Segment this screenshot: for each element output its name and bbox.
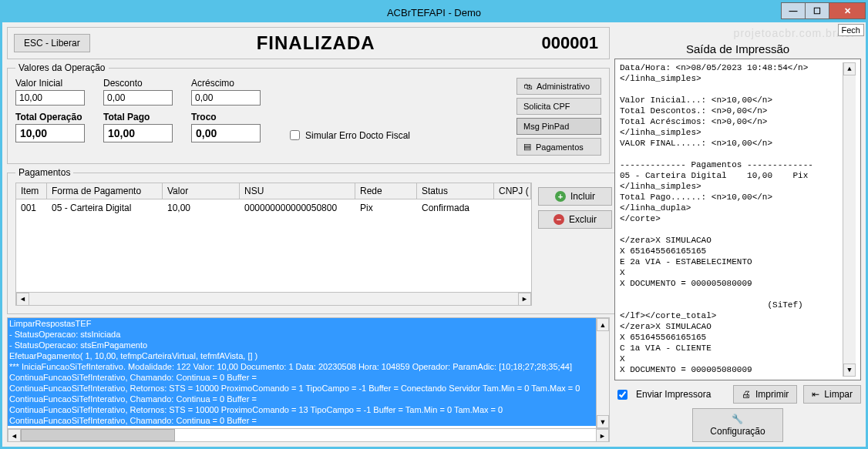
fechar-tooltip: Fech [838,24,864,36]
pay-buttons: + Incluir − Excluir [538,183,612,306]
total-pago-input[interactable] [103,124,173,142]
status-header: ESC - Liberar FINALIZADA 000001 [7,27,610,59]
log-line: LimparRespostasTEF [8,318,596,329]
print-output-title: Saída de Impressão [614,41,861,59]
log-hscroll[interactable]: ◄ ► [8,428,609,441]
excluir-label: Excluir [569,214,597,225]
acrescimo-input[interactable] [191,90,261,106]
order-number: 000001 [542,33,603,53]
simular-erro-checkbox[interactable] [290,130,300,140]
scroll-up-icon[interactable]: ▲ [597,318,609,331]
troco-label: Troco [191,112,261,122]
log-line: *** IniciaFuncaoSiTefInterativo. Modalid… [8,361,596,372]
scroll-left-icon[interactable]: ◄ [8,429,21,442]
scroll-right-icon[interactable]: ► [596,429,609,442]
log-line: ContinuaFuncaoSiTefInterativo, Chamando:… [8,372,596,383]
scroll-thumb[interactable] [21,429,175,441]
payments-grid[interactable]: Item Forma de Pagamento Valor NSU Rede S… [15,183,532,306]
log-box: LimparRespostasTEF - StatusOperacao: sts… [7,317,610,442]
titlebar: ACBrTEFAPI - Demo — ☐ ✕ [2,2,866,22]
administrativo-label: Administrativo [537,82,590,91]
total-operacao-input[interactable] [15,124,85,142]
minimize-button[interactable]: — [781,2,806,19]
excluir-button[interactable]: − Excluir [538,210,612,229]
scroll-up-icon[interactable]: ▲ [843,62,856,75]
left-column: ESC - Liberar FINALIZADA 000001 Valores … [7,27,610,442]
col-item[interactable]: Item [16,183,47,199]
troco-input[interactable] [191,124,261,142]
col-valor[interactable]: Valor [163,183,240,199]
close-button[interactable]: ✕ [829,2,866,19]
print-output[interactable]: Data/Hora: <n>08/05/2023 10:48:54</n> </… [614,59,861,380]
card-icon: ▤ [523,142,531,152]
valor-inicial-label: Valor Inicial [15,78,85,89]
scroll-down-icon[interactable]: ▼ [843,364,856,377]
print-icon: 🖨 [742,389,751,400]
scroll-track[interactable] [843,75,856,364]
col-cnpj[interactable]: CNPJ ( [494,183,531,199]
enviar-impressora-checkbox[interactable] [617,390,627,400]
simular-erro-label: Simular Erro Docto Fiscal [305,130,410,141]
incluir-label: Incluir [570,191,595,202]
bag-icon: 🛍 [523,82,532,91]
administrativo-button[interactable]: 🛍 Administrativo [516,78,601,95]
right-column: Fech projetoacbr.com.br/tef Saída de Imp… [614,27,861,442]
scroll-track[interactable] [597,331,609,415]
col-forma[interactable]: Forma de Pagamento [47,183,163,199]
scroll-down-icon[interactable]: ▼ [597,415,609,428]
print-vscroll[interactable]: ▲ ▼ [843,62,856,377]
acrescimo-label: Acréscimo [191,78,261,89]
app-body: ESC - Liberar FINALIZADA 000001 Valores … [2,22,866,447]
solicita-cpf-button[interactable]: Solicita CPF [516,98,601,115]
cell-valor: 10,00 [163,199,240,216]
incluir-button[interactable]: + Incluir [538,187,612,206]
log-vscroll[interactable]: ▲ ▼ [596,318,609,428]
cell-item: 001 [16,199,47,216]
total-operacao-label: Total Operação [15,112,85,122]
valor-inicial-input[interactable] [15,90,85,106]
log-line: ContinuaFuncaoSiTefInterativo, Chamando:… [8,415,596,426]
pagamentos-fieldset: Pagamentos Item Forma de Pagamento Valor… [7,167,621,314]
valores-fieldset: Valores da Operação Valor Inicial Descon… [7,62,610,164]
pagamentos-label: Pagamentos [536,142,584,152]
imprimir-button[interactable]: 🖨 Imprimir [733,385,797,404]
scroll-track[interactable] [175,429,596,441]
grid-body: 001 05 - Carteira Digital 10,00 00000000… [16,199,531,292]
imprimir-label: Imprimir [755,389,789,400]
pagamentos-button[interactable]: ▤ Pagamentos [516,138,601,156]
col-rede[interactable]: Rede [355,183,417,199]
minus-icon: − [553,214,564,225]
esc-liberar-button[interactable]: ESC - Liberar [14,34,90,52]
log-lines[interactable]: LimparRespostasTEF - StatusOperacao: sts… [8,318,596,428]
log-line: ContinuaFuncaoSiTefInterativo, Retornos:… [8,383,596,394]
maximize-button[interactable]: ☐ [805,2,829,19]
cell-forma: 05 - Carteira Digital [47,199,163,216]
watermark: projetoacbr.com.br/tef [614,27,861,41]
col-status[interactable]: Status [417,183,494,199]
window-title: ACBrTEFAPI - Demo [2,7,866,18]
grid-header: Item Forma de Pagamento Valor NSU Rede S… [16,183,531,199]
configuracao-button[interactable]: 🔧 Configuração [692,408,782,442]
desconto-input[interactable] [103,90,173,106]
window-controls: — ☐ ✕ [782,2,866,19]
log-line: - StatusOperacao: stsEmPagamento [8,340,596,350]
print-output-text: Data/Hora: <n>08/05/2023 10:48:54</n> </… [620,62,843,377]
msg-pinpad-button[interactable]: Msg PinPad [516,118,601,135]
col-nsu[interactable]: NSU [240,183,355,199]
cell-status: Confirmada [417,199,494,216]
cell-rede: Pix [355,199,417,216]
side-buttons: 🛍 Administrativo Solicita CPF Msg PinPad… [516,78,601,156]
log-line: ContinuaFuncaoSiTefInterativo, Retornos:… [8,404,596,415]
scroll-left-icon[interactable]: ◄ [16,293,29,306]
scroll-right-icon[interactable]: ► [518,293,531,306]
config-row: 🔧 Configuração [614,404,861,442]
table-row[interactable]: 001 05 - Carteira Digital 10,00 00000000… [16,199,531,216]
desconto-label: Desconto [103,78,173,89]
print-actions: Enviar Impressora 🖨 Imprimir ⇤ Limpar [614,380,861,404]
grid-hscroll[interactable]: ◄ ► [16,292,531,305]
enviar-impressora-label: Enviar Impressora [636,389,711,400]
limpar-label: Limpar [824,389,853,400]
wrench-icon: 🔧 [732,414,743,424]
limpar-button[interactable]: ⇤ Limpar [803,385,861,404]
log-line: EfetuarPagamento( 1, 10,00, tefmpCarteir… [8,350,596,361]
